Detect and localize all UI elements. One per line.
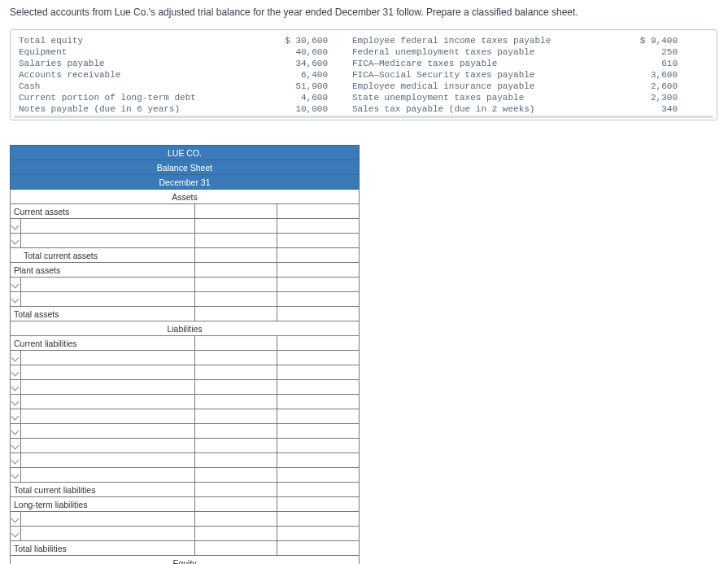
ws-input-cell[interactable] [20, 512, 194, 527]
ws-input-cell[interactable] [20, 351, 194, 365]
ws-input-cell[interactable] [194, 439, 277, 453]
balance-sheet-worksheet: LUE CO. Balance Sheet December 31 Assets… [10, 145, 360, 564]
ws-input-cell[interactable] [277, 307, 359, 321]
trial-balance-box: Total equity Equipment Salaries payable … [10, 29, 717, 120]
ws-input-cell[interactable] [20, 219, 194, 234]
ws-input-cell[interactable] [194, 541, 277, 556]
ws-tick-cell[interactable] [11, 395, 21, 409]
ws-input-cell[interactable] [277, 395, 359, 409]
tb-row-value: 6,400 [263, 69, 328, 81]
ws-total-current-liabilities-label: Total current liabilities [11, 483, 195, 497]
ws-input-cell[interactable] [277, 263, 359, 278]
chevron-down-icon [11, 471, 20, 479]
ws-tick-cell[interactable] [11, 278, 21, 292]
tb-row-label: Salaries payable [19, 58, 263, 69]
ws-input-cell[interactable] [194, 204, 277, 219]
ws-input-cell[interactable] [277, 439, 359, 453]
ws-input-cell[interactable] [277, 380, 359, 395]
ws-input-cell[interactable] [20, 468, 194, 483]
ws-input-cell[interactable] [20, 380, 194, 395]
chevron-down-icon [11, 398, 20, 406]
ws-input-cell[interactable] [194, 307, 277, 321]
ws-input-cell[interactable] [277, 512, 359, 527]
tb-row-label: Employee federal income taxes payable [352, 35, 612, 46]
ws-input-cell[interactable] [277, 336, 359, 351]
ws-tick-cell[interactable] [11, 527, 21, 541]
ws-input-cell[interactable] [194, 248, 277, 263]
ws-input-cell[interactable] [194, 365, 277, 380]
ws-input-cell[interactable] [194, 512, 277, 527]
ws-input-cell[interactable] [194, 483, 277, 497]
chevron-down-icon [11, 427, 20, 435]
ws-input-cell[interactable] [194, 468, 277, 483]
ws-input-cell[interactable] [194, 351, 277, 365]
ws-input-cell[interactable] [277, 409, 359, 424]
ws-input-cell[interactable] [194, 453, 277, 468]
tb-right-names: Employee federal income taxes payable Fe… [328, 35, 612, 115]
ws-input-cell[interactable] [277, 204, 359, 219]
ws-input-cell[interactable] [194, 527, 277, 541]
ws-input-cell[interactable] [277, 497, 359, 512]
tb-row-label: Current portion of long-term debt [19, 92, 263, 103]
ws-input-cell[interactable] [277, 351, 359, 365]
chevron-down-icon [11, 222, 20, 230]
ws-input-cell[interactable] [277, 278, 359, 292]
ws-input-cell[interactable] [194, 263, 277, 278]
chevron-down-icon [11, 530, 20, 538]
tb-row-value: $ 9,400 [612, 35, 678, 46]
ws-current-liabilities-label: Current liabilities [11, 336, 195, 351]
ws-tick-cell[interactable] [11, 453, 21, 468]
ws-input-cell[interactable] [194, 497, 277, 512]
ws-tick-cell[interactable] [11, 424, 21, 439]
ws-tick-cell[interactable] [11, 409, 21, 424]
ws-date: December 31 [11, 175, 360, 190]
ws-input-cell[interactable] [277, 292, 359, 307]
ws-input-cell[interactable] [194, 409, 277, 424]
ws-input-cell[interactable] [20, 278, 194, 292]
ws-input-cell[interactable] [20, 424, 194, 439]
ws-input-cell[interactable] [20, 395, 194, 409]
ws-input-cell[interactable] [277, 468, 359, 483]
chevron-down-icon [11, 237, 20, 245]
tb-left-values: $ 30,600 40,600 34,600 6,400 51,900 4,60… [263, 35, 328, 115]
tb-row-value: 10,000 [263, 103, 328, 115]
ws-tick-cell[interactable] [11, 234, 21, 248]
ws-input-cell[interactable] [277, 365, 359, 380]
ws-tick-cell[interactable] [11, 439, 21, 453]
ws-tick-cell[interactable] [11, 365, 21, 380]
ws-tick-cell[interactable] [11, 292, 21, 307]
ws-input-cell[interactable] [194, 278, 277, 292]
ws-input-cell[interactable] [194, 424, 277, 439]
tb-row-label: Accounts receivable [19, 69, 263, 81]
ws-input-cell[interactable] [20, 234, 194, 248]
ws-input-cell[interactable] [277, 527, 359, 541]
tb-left-names: Total equity Equipment Salaries payable … [19, 35, 263, 115]
ws-tick-cell[interactable] [11, 219, 21, 234]
ws-input-cell[interactable] [194, 234, 277, 248]
ws-input-cell[interactable] [194, 395, 277, 409]
chevron-down-icon [11, 457, 20, 465]
ws-input-cell[interactable] [20, 409, 194, 424]
ws-input-cell[interactable] [20, 292, 194, 307]
ws-input-cell[interactable] [277, 248, 359, 263]
ws-input-cell[interactable] [277, 234, 359, 248]
ws-input-cell[interactable] [194, 219, 277, 234]
ws-input-cell[interactable] [277, 483, 359, 497]
ws-tick-cell[interactable] [11, 468, 21, 483]
ws-total-assets-label: Total assets [11, 307, 195, 321]
ws-tick-cell[interactable] [11, 351, 21, 365]
ws-input-cell[interactable] [194, 380, 277, 395]
tb-row-label: Equipment [19, 46, 263, 58]
ws-input-cell[interactable] [277, 453, 359, 468]
ws-input-cell[interactable] [277, 219, 359, 234]
ws-input-cell[interactable] [277, 541, 359, 556]
ws-input-cell[interactable] [194, 292, 277, 307]
ws-input-cell[interactable] [277, 424, 359, 439]
ws-input-cell[interactable] [194, 336, 277, 351]
ws-input-cell[interactable] [20, 453, 194, 468]
ws-input-cell[interactable] [20, 365, 194, 380]
ws-input-cell[interactable] [20, 527, 194, 541]
ws-tick-cell[interactable] [11, 512, 21, 527]
ws-tick-cell[interactable] [11, 380, 21, 395]
ws-input-cell[interactable] [20, 439, 194, 453]
